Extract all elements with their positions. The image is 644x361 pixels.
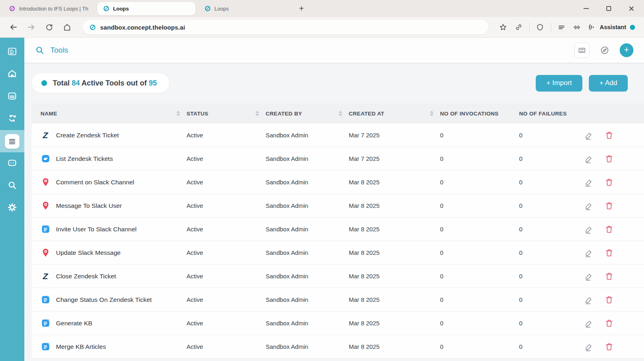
tool-status: Active: [187, 179, 266, 186]
import-button[interactable]: + Import: [536, 75, 582, 92]
tool-name: Comment on Slack Channel: [56, 179, 134, 186]
compass-icon[interactable]: [598, 43, 612, 57]
edit-button[interactable]: [584, 177, 594, 187]
keyboard-button[interactable]: [574, 43, 590, 58]
assistant-button[interactable]: Assistant: [586, 23, 638, 32]
sidebar-item-settings[interactable]: [0, 197, 24, 219]
card-icon: [7, 91, 17, 103]
tool-created-by: Sandbox Admin: [266, 132, 349, 139]
close-button[interactable]: ✕: [626, 3, 637, 14]
edit-button[interactable]: [584, 154, 594, 164]
shield-icon[interactable]: [533, 20, 547, 34]
edit-button[interactable]: [584, 248, 594, 258]
tool-failures: 0: [519, 320, 578, 327]
tool-invocations: 0: [440, 226, 519, 233]
sidebar-item-cards[interactable]: [0, 85, 24, 108]
delete-button[interactable]: [604, 295, 614, 305]
browser-tab[interactable]: Introduction to IFS Loops | Th: [3, 2, 94, 15]
tool-failures: 0: [519, 155, 578, 162]
new-tab-button[interactable]: +: [295, 2, 307, 15]
back-arrow-icon[interactable]: [6, 20, 21, 34]
column-header-created-by[interactable]: CREATED BY: [266, 111, 349, 117]
edit-button[interactable]: [584, 318, 594, 328]
sidebar-item-search[interactable]: [0, 175, 24, 197]
table-row[interactable]: Comment on Slack Channel Active Sandbox …: [32, 171, 644, 194]
table-header: NAMESTATUSCREATED BYCREATED ATNO OF INVO…: [32, 103, 644, 124]
tool-created-by: Sandbox Admin: [266, 249, 349, 256]
tab-title: Introduction to IFS Loops | Th: [19, 6, 88, 12]
reload-icon[interactable]: [41, 20, 57, 34]
delete-button[interactable]: [604, 248, 614, 258]
column-header-no-of-failures: NO OF FAILURES: [519, 111, 578, 117]
add-circle-button[interactable]: +: [620, 43, 633, 57]
list-icon: [5, 134, 19, 149]
tool-failures: 0: [519, 202, 578, 209]
add-button[interactable]: + Add: [589, 75, 628, 92]
status-dot-icon: [41, 80, 47, 86]
sidebar-item-loops[interactable]: [0, 108, 24, 130]
doc-icon: [41, 342, 50, 352]
reader-lines-icon[interactable]: [555, 20, 569, 34]
column-header-status[interactable]: STATUS: [187, 111, 266, 117]
column-header-created-at[interactable]: CREATED AT: [349, 111, 440, 117]
delete-button[interactable]: [604, 271, 614, 281]
sidebar-item-messages[interactable]: [0, 152, 24, 175]
column-header-name[interactable]: NAME: [32, 111, 187, 117]
equalizer-icon[interactable]: [570, 20, 584, 34]
tool-created-by: Sandbox Admin: [266, 202, 349, 209]
link-icon[interactable]: [512, 20, 526, 34]
tool-created-at: Mar 8 2025: [349, 226, 440, 233]
address-bar[interactable]: sandbox.concept.theloops.ai: [83, 20, 488, 34]
sidebar-item-boards[interactable]: [0, 41, 24, 63]
table-row[interactable]: Update Slack Message Active Sandbox Admi…: [32, 241, 644, 265]
browser-tab[interactable]: Loops: [199, 2, 234, 15]
tool-name: Merge KB Articles: [56, 343, 106, 350]
stats-middle: Active Tools out of: [82, 79, 147, 87]
delete-button[interactable]: [604, 342, 614, 352]
table-row[interactable]: Merge KB Articles Active Sandbox Admin M…: [32, 335, 644, 359]
tool-name: Change Status On Zendesk Ticket: [56, 296, 152, 303]
maximize-button[interactable]: [603, 3, 614, 14]
edit-button[interactable]: [584, 271, 594, 281]
table-row[interactable]: Z Close Zendesk Ticket Active Sandbox Ad…: [32, 265, 644, 288]
tool-invocations: 0: [440, 202, 519, 209]
messenger-icon: [41, 154, 50, 164]
edit-button[interactable]: [584, 130, 594, 140]
table-row[interactable]: List Zendesk Tickets Active Sandbox Admi…: [32, 147, 644, 171]
toolbar-divider: [551, 23, 551, 32]
browser-tab-bar: Introduction to IFS Loops | ThLoopsLoops…: [0, 0, 644, 17]
edit-button[interactable]: [584, 201, 594, 211]
forward-arrow-icon[interactable]: [24, 20, 39, 34]
home-icon[interactable]: [59, 20, 75, 34]
table-row[interactable]: Message To Slack User Active Sandbox Adm…: [32, 194, 644, 218]
sidebar-item-home[interactable]: [0, 63, 24, 85]
delete-button[interactable]: [604, 130, 614, 140]
edit-button[interactable]: [584, 342, 594, 352]
minimize-button[interactable]: [581, 3, 591, 14]
delete-button[interactable]: [604, 318, 614, 328]
tool-invocations: 0: [440, 320, 519, 327]
tool-name: Close Zendesk Ticket: [56, 273, 116, 280]
tool-name: Create Zendesk Ticket: [56, 132, 119, 139]
bookmark-star-icon[interactable]: [496, 20, 510, 34]
browser-toolbar: sandbox.concept.theloops.ai Assistant: [0, 17, 644, 38]
table-row[interactable]: Invite User To Slack Channel Active Sand…: [32, 218, 644, 241]
tool-invocations: 0: [440, 273, 519, 280]
sidebar-item-tools[interactable]: [0, 130, 24, 152]
edit-button[interactable]: [584, 224, 594, 234]
tool-created-by: Sandbox Admin: [266, 226, 349, 233]
search-icon: [7, 180, 17, 192]
delete-button[interactable]: [604, 177, 614, 187]
delete-button[interactable]: [604, 154, 614, 164]
browser-tab[interactable]: Loops: [97, 2, 195, 15]
table-row[interactable]: Z Create Zendesk Ticket Active Sandbox A…: [32, 124, 644, 147]
active-count: 84: [72, 79, 80, 87]
table-row[interactable]: Change Status On Zendesk Ticket Active S…: [32, 288, 644, 312]
table-row[interactable]: Generate KB Active Sandbox Admin Mar 8 2…: [32, 312, 644, 335]
delete-button[interactable]: [604, 201, 614, 211]
tab-title: Loops: [215, 6, 229, 12]
doc-icon: [41, 318, 50, 328]
delete-button[interactable]: [604, 224, 614, 234]
edit-button[interactable]: [584, 295, 594, 305]
search-input[interactable]: [50, 46, 213, 55]
